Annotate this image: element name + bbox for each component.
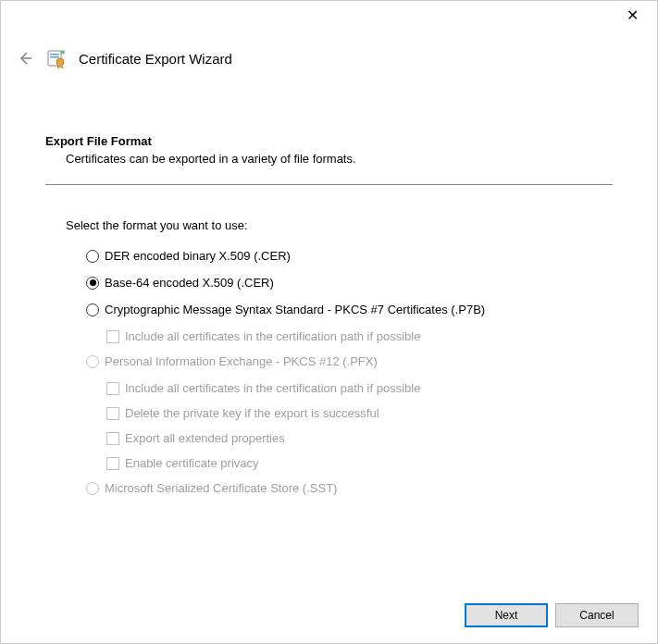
radio-label: Microsoft Serialized Certificate Store (… bbox=[105, 481, 337, 495]
radio-icon bbox=[86, 250, 99, 263]
radio-label: Personal Information Exchange - PKCS #12… bbox=[105, 354, 378, 368]
next-button[interactable]: Next bbox=[465, 603, 548, 627]
checkbox-icon bbox=[106, 457, 119, 470]
radio-base64[interactable]: Base-64 encoded X.509 (.CER) bbox=[86, 276, 613, 290]
radio-icon bbox=[86, 277, 99, 290]
svg-rect-2 bbox=[50, 56, 59, 58]
radio-icon bbox=[86, 482, 99, 495]
checkbox-label: Export all extended properties bbox=[125, 431, 285, 445]
back-arrow-icon bbox=[17, 50, 33, 67]
radio-pfx: Personal Information Exchange - PKCS #12… bbox=[86, 354, 613, 368]
checkbox-icon bbox=[106, 407, 119, 420]
checkbox-pfx-include: Include all certificates in the certific… bbox=[106, 381, 613, 395]
format-options: DER encoded binary X.509 (.CER) Base-64 … bbox=[45, 249, 613, 495]
footer: Next Cancel bbox=[1, 588, 657, 643]
divider bbox=[45, 184, 613, 185]
radio-label: Base-64 encoded X.509 (.CER) bbox=[105, 276, 274, 290]
checkbox-pfx-delete: Delete the private key if the export is … bbox=[106, 406, 613, 420]
radio-pkcs7[interactable]: Cryptographic Message Syntax Standard - … bbox=[86, 303, 613, 316]
radio-label: Cryptographic Message Syntax Standard - … bbox=[105, 303, 485, 316]
radio-icon bbox=[86, 355, 99, 368]
checkbox-icon bbox=[106, 382, 119, 395]
checkbox-pfx-privacy: Enable certificate privacy bbox=[106, 456, 613, 470]
radio-der[interactable]: DER encoded binary X.509 (.CER) bbox=[86, 249, 613, 263]
section-title: Export File Format bbox=[45, 134, 613, 148]
radio-sst: Microsoft Serialized Certificate Store (… bbox=[86, 481, 613, 495]
checkbox-pkcs7-include: Include all certificates in the certific… bbox=[106, 329, 613, 343]
back-button[interactable] bbox=[16, 49, 34, 68]
close-button[interactable]: ✕ bbox=[619, 6, 646, 25]
section-description: Certificates can be exported in a variet… bbox=[45, 152, 613, 166]
checkbox-label: Include all certificates in the certific… bbox=[125, 329, 420, 343]
certificate-icon bbox=[45, 47, 68, 69]
radio-label: DER encoded binary X.509 (.CER) bbox=[105, 249, 291, 263]
wizard-header: Certificate Export Wizard bbox=[1, 34, 657, 79]
svg-rect-1 bbox=[50, 54, 59, 56]
svg-point-3 bbox=[56, 58, 64, 66]
content-area: Export File Format Certificates can be e… bbox=[1, 79, 657, 495]
checkbox-label: Delete the private key if the export is … bbox=[125, 406, 379, 420]
cancel-button[interactable]: Cancel bbox=[555, 603, 639, 627]
checkbox-label: Enable certificate privacy bbox=[125, 456, 259, 470]
checkbox-label: Include all certificates in the certific… bbox=[125, 381, 420, 395]
checkbox-icon bbox=[106, 432, 119, 445]
titlebar: ✕ bbox=[1, 1, 657, 34]
radio-icon bbox=[86, 303, 99, 316]
wizard-title: Certificate Export Wizard bbox=[79, 51, 232, 67]
checkbox-pfx-export: Export all extended properties bbox=[106, 431, 613, 445]
checkbox-icon bbox=[106, 330, 119, 343]
instruction-text: Select the format you want to use: bbox=[45, 218, 613, 232]
